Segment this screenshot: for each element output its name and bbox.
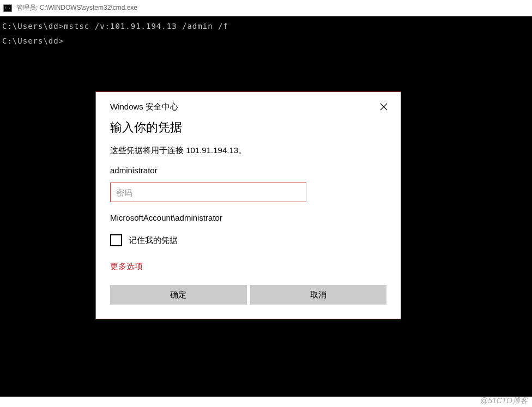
account-label: MicrosoftAccount\administrator bbox=[110, 213, 386, 222]
dialog-header: Windows 安全中心 bbox=[96, 92, 401, 116]
remember-checkbox[interactable] bbox=[110, 234, 122, 246]
remember-label: 记住我的凭据 bbox=[129, 235, 178, 246]
terminal-content[interactable]: C:\Users\dd>mstsc /v:101.91.194.13 /admi… bbox=[0, 16, 532, 54]
dialog-description: 这些凭据将用于连接 101.91.194.13。 bbox=[110, 145, 386, 156]
ok-button[interactable]: 确定 bbox=[110, 285, 247, 305]
close-icon bbox=[380, 103, 388, 111]
dialog-heading: 输入你的凭据 bbox=[110, 119, 386, 136]
username-label: administrator bbox=[110, 166, 386, 175]
cmd-icon: C:\ bbox=[3, 4, 12, 12]
button-row: 确定 取消 bbox=[110, 285, 386, 305]
terminal-line: C:\Users\dd>mstsc /v:101.91.194.13 /admi… bbox=[2, 21, 530, 32]
watermark: @51CTO博客 bbox=[480, 396, 528, 406]
close-button[interactable] bbox=[378, 101, 390, 113]
credentials-dialog: Windows 安全中心 输入你的凭据 这些凭据将用于连接 101.91.194… bbox=[95, 92, 401, 319]
cmd-icon-text: C:\ bbox=[5, 6, 11, 10]
dialog-body: 输入你的凭据 这些凭据将用于连接 101.91.194.13。 administ… bbox=[96, 116, 401, 319]
remember-checkbox-row[interactable]: 记住我的凭据 bbox=[110, 234, 386, 246]
cancel-button[interactable]: 取消 bbox=[250, 285, 387, 305]
terminal-prompt: C:\Users\dd> bbox=[2, 35, 530, 47]
password-input[interactable] bbox=[110, 183, 306, 202]
more-options-link[interactable]: 更多选项 bbox=[110, 262, 143, 272]
dialog-title: Windows 安全中心 bbox=[110, 102, 178, 112]
titlebar-text: 管理员: C:\WINDOWS\system32\cmd.exe bbox=[16, 3, 137, 13]
titlebar: C:\ 管理员: C:\WINDOWS\system32\cmd.exe bbox=[0, 0, 532, 16]
